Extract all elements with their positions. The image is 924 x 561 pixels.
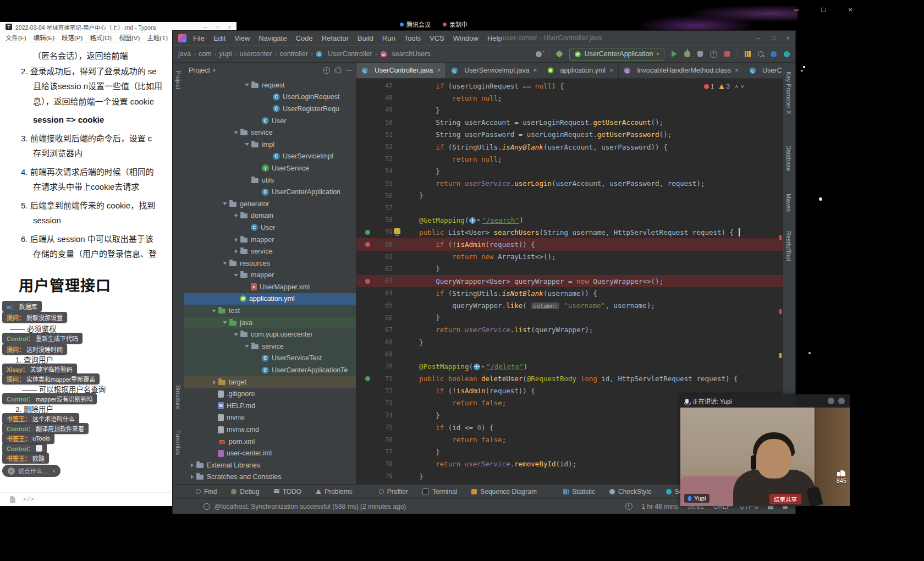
project-tree-item[interactable]: IUserService (184, 162, 356, 174)
code-line[interactable]: 69 (356, 348, 783, 360)
breadcrumb-item[interactable]: usercenter (240, 50, 272, 58)
close-icon[interactable]: × (787, 35, 790, 41)
error-stripe-mark[interactable] (779, 235, 782, 240)
project-tree-item[interactable]: mvnw.cmd (184, 424, 356, 436)
project-tree-item[interactable]: request (184, 79, 356, 91)
issue-icon[interactable] (365, 242, 370, 247)
maximize-icon[interactable]: □ (817, 6, 829, 14)
typora-menu-item[interactable]: 编辑(E) (34, 33, 54, 42)
project-tree-item[interactable]: domain (184, 210, 356, 222)
project-tree-item[interactable]: .gitignore (184, 388, 356, 400)
tool-strip-maven[interactable]: Maven (785, 194, 792, 212)
close-icon[interactable]: × (735, 67, 739, 74)
code-line[interactable]: 49 } (356, 104, 783, 116)
run-button[interactable] (672, 51, 677, 57)
project-tree-item[interactable]: mpom.xml (184, 436, 356, 448)
ide-menu-item[interactable]: Run (382, 34, 395, 42)
code-line[interactable]: 55 return userService.userLogin(userAcco… (356, 178, 783, 190)
code-line[interactable]: 62 } (356, 263, 783, 275)
editor-tab[interactable]: CInvocableHandlerMethod.class× (619, 63, 744, 78)
tool-strip-structure[interactable]: Structure (175, 385, 182, 410)
minimize-icon[interactable]: ─ (756, 35, 761, 41)
status-item[interactable]: 1 hr 46 mins (642, 503, 678, 510)
code-line[interactable]: 52 if (StringUtils.isAnyBlank(userAccoun… (356, 141, 783, 153)
code-line[interactable]: 64 if (StringUtils.isNotBlank(username))… (356, 287, 783, 299)
code-line[interactable]: 50 String userAccount = userLoginRequest… (356, 117, 783, 129)
breadcrumb-item[interactable]: CUserController (316, 50, 372, 58)
ide-menu-item[interactable]: Refactor (322, 34, 349, 42)
project-tree-item[interactable]: CUserRegisterRequ (184, 103, 356, 115)
close-icon[interactable]: × (228, 24, 231, 30)
project-tree-item[interactable]: test (184, 305, 356, 317)
project-tree-item[interactable]: service (184, 245, 356, 257)
code-line[interactable]: 59 public List<User> searchUsers(String … (356, 226, 783, 238)
project-tree-item[interactable]: mapper (184, 234, 356, 246)
thumbs-up-icon[interactable] (837, 469, 845, 476)
issue-icon[interactable] (365, 279, 370, 284)
run-configuration-select[interactable]: UserCenterApplication ▾ (569, 48, 664, 61)
ide-menu-item[interactable]: Tools (404, 34, 421, 42)
code-line[interactable]: 54 } (356, 165, 783, 177)
typora-menu-item[interactable]: 主题(T) (147, 33, 168, 42)
close-icon[interactable]: × (533, 67, 537, 74)
tool-window-button[interactable]: Terminal (422, 488, 457, 496)
chat-input[interactable]: +说点什么...‹ (2, 465, 61, 477)
code-line[interactable]: 58 @GetMapping("/search") (356, 214, 783, 226)
project-tree-item[interactable]: xUserMapper.xml (184, 281, 356, 293)
code-line[interactable]: 71 public boolean deleteUser(@RequestBod… (356, 373, 783, 385)
tool-window-button[interactable]: Sequence Diagram (471, 488, 537, 496)
code-line[interactable]: 67 return userService.list(queryWrapper)… (356, 324, 783, 336)
code-line[interactable]: 68 } (356, 336, 783, 348)
project-tree-item[interactable]: MHELP.md (184, 400, 356, 412)
stop-share-button[interactable]: 结束共享 (769, 494, 801, 504)
typora-menu-item[interactable]: 视图(V) (119, 33, 140, 42)
code-line[interactable]: 63 QueryWrapper<User> queryWrapper = new… (356, 275, 783, 287)
editor-tab[interactable]: application.yml× (542, 63, 619, 78)
typora-menu-item[interactable]: 文件(F) (6, 33, 26, 42)
project-tree-item[interactable]: mvnw (184, 412, 356, 424)
breadcrumb-item[interactable]: msearchUsers (380, 50, 431, 58)
debug-button[interactable] (684, 51, 690, 57)
source-code-icon[interactable]: </> (23, 496, 34, 503)
project-tree-item[interactable]: java (184, 317, 356, 329)
run-marker-icon[interactable] (365, 376, 370, 381)
project-tree-item[interactable]: service (184, 127, 356, 139)
project-tree-item[interactable]: service (184, 340, 356, 353)
ide-menu-item[interactable]: Code (296, 34, 313, 42)
project-tree-item[interactable]: resources (184, 257, 356, 270)
coverage-button[interactable] (697, 51, 703, 57)
breadcrumb-item[interactable]: controller (280, 50, 308, 58)
project-tree-item[interactable]: com.yupi.usercenter (184, 328, 356, 340)
ide-menu-item[interactable]: VCS (430, 34, 444, 42)
ide-menu-item[interactable]: Build (358, 34, 373, 42)
tool-window-button[interactable]: Profiler (379, 488, 408, 496)
tool-strip-restfultool[interactable]: RestfulTool (785, 231, 792, 261)
code-line[interactable]: 56 } (356, 190, 783, 202)
update-icon[interactable] (771, 51, 777, 57)
tool-strip-favorites[interactable]: Favorites (175, 430, 182, 455)
minimize-icon[interactable]: ─ (204, 24, 207, 30)
project-tree-item[interactable]: utils (184, 174, 356, 186)
editor-tab[interactable]: CUserServiceImpl.java× (446, 63, 542, 78)
tool-window-button[interactable]: Statistic (563, 488, 595, 496)
code-line[interactable]: 61 return new ArrayList<>(); (356, 251, 783, 263)
chevron-down-icon[interactable]: ▾ (795, 68, 809, 74)
editor-tab[interactable]: CUserController.java× (356, 63, 446, 78)
more-icon[interactable] (838, 398, 845, 404)
ide-menu-item[interactable]: Window (453, 34, 479, 42)
tool-window-button[interactable]: Debug (231, 488, 259, 496)
project-tree-item[interactable]: CUserServiceImpl (184, 151, 356, 163)
project-tree-item[interactable]: impl (184, 139, 356, 151)
project-tree-item[interactable]: application.yml (184, 293, 356, 305)
ide-menu-item[interactable]: Navigate (258, 34, 287, 42)
reaction-icon[interactable] (828, 398, 834, 404)
project-tree-item[interactable]: CUserLoginRequest (184, 91, 356, 103)
warning-stripe-mark[interactable] (779, 353, 782, 358)
code-line[interactable]: 60 if (!isAdmin(request)) { (356, 238, 783, 250)
project-tree-item[interactable]: user-center.iml (184, 447, 356, 459)
project-tree-item[interactable]: CUser (184, 222, 356, 234)
code-line[interactable]: 53 return null; (356, 153, 783, 165)
close-icon[interactable]: × (844, 6, 856, 14)
outline-icon[interactable] (10, 496, 15, 503)
project-tree-item[interactable]: CUserCenterApplicationTe (184, 364, 356, 376)
